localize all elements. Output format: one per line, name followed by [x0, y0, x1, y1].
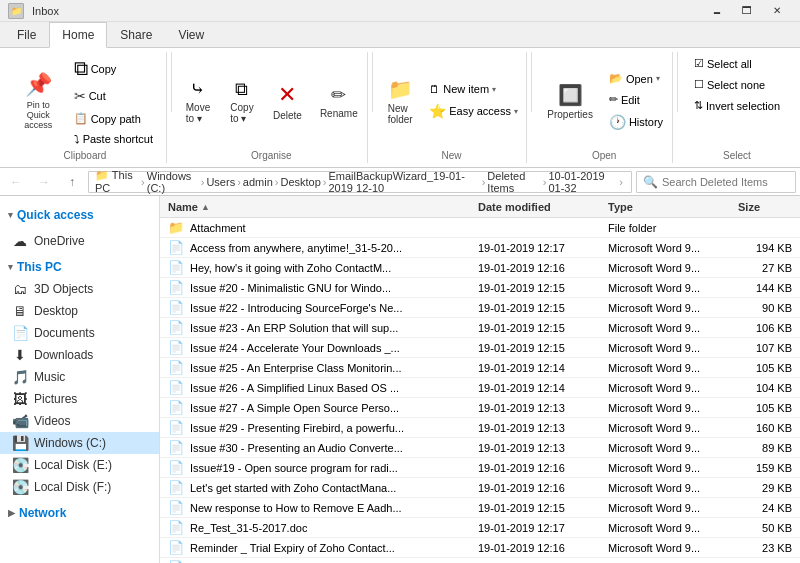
move-to-button[interactable]: ⤷ Moveto ▾: [178, 73, 218, 129]
cut-button[interactable]: ✂ Cut: [69, 85, 158, 107]
table-row[interactable]: 📄 Issue #25 - An Enterprise Class Monito…: [160, 358, 800, 378]
copy-path-button[interactable]: 📋 Copy path: [69, 109, 158, 128]
properties-button[interactable]: 🔲 Properties: [540, 78, 600, 125]
file-size: 107 KB: [730, 342, 800, 354]
word-doc-icon: 📄: [168, 440, 184, 455]
nav-item-windows-c[interactable]: 💾 Windows (C:): [0, 432, 159, 454]
file-size: 23 KB: [730, 542, 800, 554]
nav-item-onedrive[interactable]: ☁ OneDrive: [0, 230, 159, 252]
maximize-button[interactable]: 🗖: [732, 0, 762, 22]
table-row[interactable]: 📄 Reminder _ Trial Expiry of Zoho Contac…: [160, 538, 800, 558]
table-row[interactable]: 📄 Issue #20 - Minimalistic GNU for Windo…: [160, 278, 800, 298]
table-row[interactable]: 📄 Re_Test_31-5-2017.doc 19-01-2019 12:17…: [160, 518, 800, 538]
minimize-button[interactable]: 🗕: [702, 0, 732, 22]
paste-shortcut-button[interactable]: ⤵ Paste shortcut: [69, 130, 158, 148]
file-size: 105 KB: [730, 402, 800, 414]
column-type[interactable]: Type: [600, 201, 730, 213]
table-row[interactable]: 📄 New response to How to Remove E Aadh..…: [160, 498, 800, 518]
up-button[interactable]: ↑: [60, 171, 84, 193]
table-row[interactable]: 📄 Issue #22 - Introducing SourceForge's …: [160, 298, 800, 318]
copy-button[interactable]: ⧉ Copy: [69, 54, 158, 83]
word-doc-icon: 📄: [168, 480, 184, 495]
table-row[interactable]: 📄 Issue #29 - Presenting Firebird, a pow…: [160, 418, 800, 438]
nav-panel: ▾ Quick access ☁ OneDrive ▾ This PC 🗂 3D…: [0, 196, 160, 563]
nav-item-documents[interactable]: 📄 Documents: [0, 322, 159, 344]
tab-view[interactable]: View: [165, 21, 217, 47]
invert-selection-button[interactable]: ⇅ Invert selection: [689, 96, 785, 115]
local-f-label: Local Disk (F:): [34, 480, 111, 494]
tab-file[interactable]: File: [4, 21, 49, 47]
table-row[interactable]: 📄 Issue #24 - Accelerate Your Downloads …: [160, 338, 800, 358]
table-row[interactable]: 📄 Issue#19 - Open source program for rad…: [160, 458, 800, 478]
file-name: Issue #30 - Presenting an Audio Converte…: [190, 442, 403, 454]
quick-access-header[interactable]: ▾ Quick access: [0, 204, 159, 226]
nav-item-local-e[interactable]: 💽 Local Disk (E:): [0, 454, 159, 476]
word-doc-icon: 📄: [168, 320, 184, 335]
table-row[interactable]: 📄 Access from anywhere, anytime!_31-5-20…: [160, 238, 800, 258]
column-size[interactable]: Size: [730, 201, 800, 213]
file-type: Microsoft Word 9...: [600, 422, 730, 434]
copy-to-button[interactable]: ⧉ Copyto ▾: [222, 74, 262, 129]
table-row[interactable]: 📄 Issue #30 - Presenting an Audio Conver…: [160, 438, 800, 458]
column-name[interactable]: Name ▲: [160, 201, 470, 213]
rename-icon: ✏: [331, 84, 346, 106]
select-none-button[interactable]: ☐ Select none: [689, 75, 770, 94]
file-name: Issue #22 - Introducing SourceForge's Ne…: [190, 302, 402, 314]
delete-icon: ✕: [278, 82, 296, 108]
edit-button[interactable]: ✏ Edit: [604, 90, 668, 109]
nav-item-3d-objects[interactable]: 🗂 3D Objects: [0, 278, 159, 300]
select-all-button[interactable]: ☑ Select all: [689, 54, 757, 73]
table-row[interactable]: 📄 Issue #26 - A Simplified Linux Based O…: [160, 378, 800, 398]
file-type: Microsoft Word 9...: [600, 262, 730, 274]
table-row[interactable]: 📄 Hey, how's it going with Zoho ContactM…: [160, 258, 800, 278]
file-date: 19-01-2019 12:16: [470, 462, 600, 474]
file-date: 19-01-2019 12:16: [470, 482, 600, 494]
network-expander: ▶: [8, 508, 15, 518]
word-doc-icon: 📄: [168, 420, 184, 435]
forward-button[interactable]: →: [32, 171, 56, 193]
search-box[interactable]: 🔍: [636, 171, 796, 193]
table-row[interactable]: 📁 Attachment File folder: [160, 218, 800, 238]
local-f-icon: 💽: [12, 479, 28, 495]
this-pc-header[interactable]: ▾ This PC: [0, 256, 159, 278]
open-button[interactable]: 📂 Open ▾: [604, 69, 668, 88]
easy-access-button[interactable]: ⭐ Easy access ▾: [424, 100, 523, 122]
close-button[interactable]: ✕: [762, 0, 792, 22]
invert-selection-label: Invert selection: [706, 100, 780, 112]
nav-item-desktop[interactable]: 🖥 Desktop: [0, 300, 159, 322]
nav-item-pictures[interactable]: 🖼 Pictures: [0, 388, 159, 410]
nav-item-downloads[interactable]: ⬇ Downloads: [0, 344, 159, 366]
folder-icon: 📁: [168, 220, 184, 235]
table-row[interactable]: 📄 Issue #27 - A Simple Open Source Perso…: [160, 398, 800, 418]
back-button[interactable]: ←: [4, 171, 28, 193]
path-part-3: Users: [206, 176, 235, 188]
new-folder-button[interactable]: 📁 Newfolder: [380, 72, 420, 130]
file-type: Microsoft Word 9...: [600, 242, 730, 254]
this-pc-label: This PC: [17, 260, 62, 274]
table-row[interactable]: 📄 Let's get started with Zoho ContactMan…: [160, 478, 800, 498]
nav-item-music[interactable]: 🎵 Music: [0, 366, 159, 388]
local-e-label: Local Disk (E:): [34, 458, 112, 472]
network-header[interactable]: ▶ Network: [0, 502, 159, 524]
invert-selection-icon: ⇅: [694, 99, 703, 112]
pin-to-quick-access-button[interactable]: 📌 Pin to Quickaccess: [12, 67, 65, 135]
new-item-button[interactable]: 🗒 New item ▾: [424, 80, 523, 98]
table-row[interactable]: 📄 SourceForge.net Account Details_johhja…: [160, 558, 800, 563]
nav-item-local-f[interactable]: 💽 Local Disk (F:): [0, 476, 159, 498]
table-row[interactable]: 📄 Issue #23 - An ERP Solution that will …: [160, 318, 800, 338]
address-path[interactable]: 📁 This PC › Windows (C:) › Users › admin…: [88, 171, 632, 193]
rename-button[interactable]: ✏ Rename: [313, 79, 365, 124]
nav-item-videos[interactable]: 📹 Videos: [0, 410, 159, 432]
easy-access-label: Easy access: [449, 105, 511, 117]
search-input[interactable]: [662, 176, 789, 188]
file-date: 19-01-2019 12:16: [470, 262, 600, 274]
history-button[interactable]: 🕐 History: [604, 111, 668, 133]
column-date-modified[interactable]: Date modified: [470, 201, 600, 213]
window-controls[interactable]: 🗕 🗖 ✕: [702, 0, 792, 22]
file-date: 19-01-2019 12:13: [470, 422, 600, 434]
tab-share[interactable]: Share: [107, 21, 165, 47]
onedrive-label: OneDrive: [34, 234, 85, 248]
local-e-icon: 💽: [12, 457, 28, 473]
delete-button[interactable]: ✕ Delete: [266, 77, 309, 126]
tab-home[interactable]: Home: [49, 22, 107, 48]
